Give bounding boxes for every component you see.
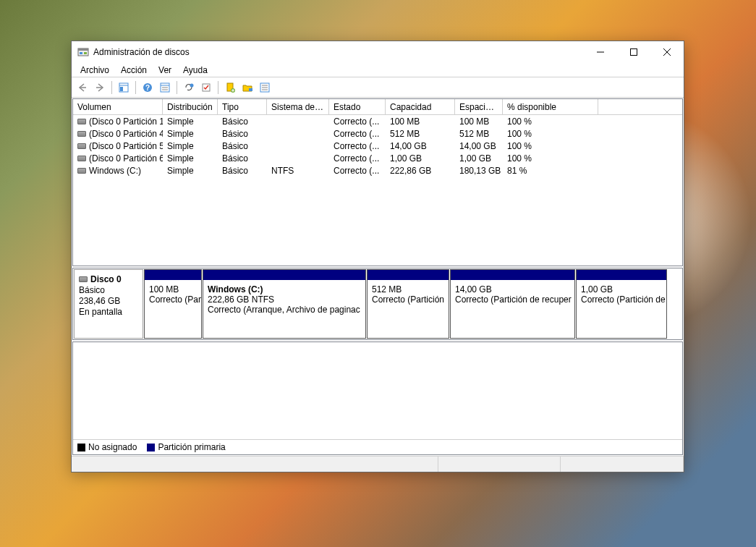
svg-rect-3 [84, 52, 87, 54]
volume-row[interactable]: (Disco 0 Partición 6)SimpleBásicoCorrect… [73, 152, 682, 164]
menu-accion[interactable]: Acción [115, 64, 153, 77]
volume-status: Correcto (... [329, 141, 386, 151]
volume-capacity: 14,00 GB [386, 141, 455, 151]
col-header-tipo[interactable]: Tipo [218, 99, 267, 114]
menu-ayuda[interactable]: Ayuda [177, 64, 213, 77]
partition-status: Correcto (Partición de recuper [455, 294, 570, 305]
volume-layout: Simple [163, 116, 218, 127]
show-hide-tree-button[interactable] [116, 80, 132, 96]
back-button[interactable] [75, 80, 90, 96]
volume-row[interactable]: Windows (C:)SimpleBásicoNTFSCorrecto (..… [73, 164, 682, 177]
volume-capacity: 100 MB [386, 116, 455, 127]
status-bar [72, 456, 684, 472]
volume-layout: Simple [163, 141, 218, 151]
volume-icon [77, 143, 86, 149]
svg-rect-12 [120, 87, 123, 91]
disk-status-label: En pantalla [79, 307, 138, 317]
disk-management-window: Administración de discos Archivo Acción … [71, 41, 684, 472]
app-icon [77, 46, 89, 58]
menu-ver[interactable]: Ver [153, 64, 177, 77]
volume-icon [77, 156, 86, 161]
volume-free: 512 MB [455, 129, 503, 139]
volume-pct: 100 % [503, 129, 598, 139]
svg-rect-1 [78, 48, 88, 51]
properties-button[interactable] [157, 80, 173, 96]
toolbar: ? [72, 77, 684, 98]
volume-list-header: Volumen Distribución Tipo Sistema de ...… [73, 99, 682, 115]
col-header-espacio[interactable]: Espacio ... [455, 99, 503, 114]
volume-free: 14,00 GB [455, 141, 503, 151]
partition-size: 100 MB [149, 284, 197, 294]
partition-cell[interactable]: 1,00 GBCorrecto (Partición de [576, 269, 667, 339]
partition-header [368, 270, 449, 280]
col-header-volumen[interactable]: Volumen [73, 99, 163, 114]
partition-header [451, 270, 574, 280]
volume-free: 100 MB [455, 116, 503, 127]
partition-cell[interactable]: 100 MBCorrecto (Part [144, 269, 202, 339]
volume-status: Correcto (... [329, 116, 386, 127]
menu-bar: Archivo Acción Ver Ayuda [72, 63, 684, 77]
list-button[interactable] [257, 80, 273, 96]
volume-name: (Disco 0 Partición 5) [89, 141, 163, 151]
volume-fs: NTFS [267, 166, 329, 176]
disk-info[interactable]: Disco 0 Básico 238,46 GB En pantalla [74, 269, 143, 339]
forward-button[interactable] [92, 80, 108, 96]
volume-type: Básico [218, 129, 267, 139]
volume-icon [77, 119, 86, 124]
volume-icon [77, 131, 86, 137]
volume-name: (Disco 0 Partición 6) [89, 153, 163, 164]
col-header-estado[interactable]: Estado [329, 99, 386, 114]
partition-name: Windows (C:) [208, 284, 361, 294]
minimize-button[interactable] [584, 41, 617, 63]
volume-row[interactable]: (Disco 0 Partición 1)SimpleBásicoCorrect… [73, 115, 682, 127]
partition-cell[interactable]: 512 MBCorrecto (Partición [367, 269, 449, 339]
partition-header [145, 270, 201, 280]
new-button[interactable] [222, 80, 238, 96]
window-title: Administración de discos [93, 47, 584, 57]
graphical-view: Disco 0 Básico 238,46 GB En pantalla 100… [72, 268, 683, 340]
partition-cell[interactable]: 14,00 GBCorrecto (Partición de recuper [450, 269, 575, 339]
volume-pct: 100 % [503, 116, 598, 127]
svg-text:?: ? [145, 84, 150, 92]
partition-size: 512 MB [372, 284, 444, 294]
col-header-capacidad[interactable]: Capacidad [386, 99, 455, 114]
partition-status: Correcto (Partición [372, 294, 444, 305]
maximize-button[interactable] [617, 41, 650, 63]
folder-button[interactable] [239, 80, 255, 96]
volume-type: Básico [218, 116, 267, 127]
volume-capacity: 512 MB [386, 129, 455, 139]
svg-point-19 [190, 83, 194, 87]
partition-status: Correcto (Partición de [581, 294, 662, 305]
bottom-pane: No asignado Partición primaria [72, 342, 683, 455]
volume-status: Correcto (... [329, 166, 386, 176]
volume-pct: 100 % [503, 141, 598, 151]
menu-archivo[interactable]: Archivo [75, 64, 115, 77]
refresh-button[interactable] [181, 80, 197, 96]
volume-layout: Simple [163, 166, 218, 176]
volume-list: Volumen Distribución Tipo Sistema de ...… [72, 98, 683, 266]
close-button[interactable] [650, 41, 684, 63]
title-bar[interactable]: Administración de discos [72, 41, 684, 63]
volume-layout: Simple [163, 153, 218, 164]
partition-status: Correcto (Part [149, 294, 197, 305]
help-button[interactable]: ? [140, 80, 156, 96]
volume-capacity: 222,86 GB [386, 166, 455, 176]
partition-size: 1,00 GB [581, 284, 662, 294]
partition-size: 222,86 GB NTFS [208, 294, 361, 305]
volume-name: (Disco 0 Partición 1) [89, 116, 163, 127]
volume-row[interactable]: (Disco 0 Partición 4)SimpleBásicoCorrect… [73, 127, 682, 140]
commit-button[interactable] [198, 80, 214, 96]
col-header-sistema[interactable]: Sistema de ... [267, 99, 329, 114]
partition-cell[interactable]: Windows (C:)222,86 GB NTFSCorrecto (Arra… [203, 269, 366, 339]
volume-type: Básico [218, 141, 267, 151]
volume-row[interactable]: (Disco 0 Partición 5)SimpleBásicoCorrect… [73, 140, 682, 152]
svg-rect-2 [80, 52, 82, 54]
volume-free: 180,13 GB [455, 166, 503, 176]
col-header-disponible[interactable]: % disponible [503, 99, 598, 114]
volume-icon [77, 168, 86, 174]
volume-capacity: 1,00 GB [386, 153, 455, 164]
disk-type-label: Básico [79, 285, 138, 295]
volume-status: Correcto (... [329, 153, 386, 164]
col-header-distribucion[interactable]: Distribución [163, 99, 218, 114]
volume-type: Básico [218, 153, 267, 164]
